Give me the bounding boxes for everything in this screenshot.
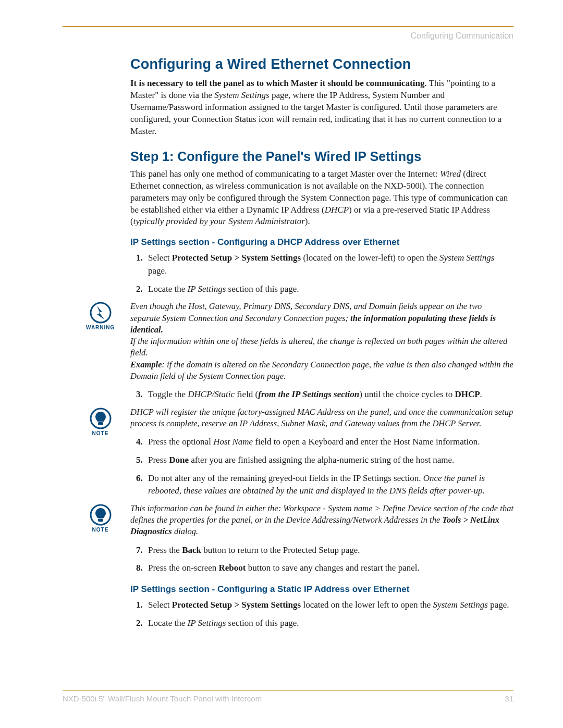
dhcp-step-1: Select Protected Setup > System Settings… [145, 252, 513, 277]
step1-paragraph: This panel has only one method of commun… [130, 168, 513, 228]
dhcp-list-1: Select Protected Setup > System Settings… [130, 252, 513, 295]
dhcp-step-5: Press Done after you are finished assign… [145, 454, 513, 467]
page-number: 31 [505, 694, 513, 703]
svg-rect-2 [98, 422, 103, 425]
warning-callout: WARNING Even though the Host, Gateway, P… [130, 301, 513, 382]
dhcp-step-8: Press the on-screen Reboot button to sav… [145, 562, 513, 575]
dhcp-step-2: Locate the IP Settings section of this p… [145, 283, 513, 296]
static-list: Select Protected Setup > System Settings… [130, 599, 513, 630]
static-step-2: Locate the IP Settings section of this p… [145, 617, 513, 630]
dhcp-list-2: Toggle the DHCP/Static field (from the I… [130, 388, 513, 401]
note2-text: This information can be found in either … [130, 503, 513, 538]
svg-rect-4 [98, 519, 103, 522]
dhcp-step-3: Toggle the DHCP/Static field (from the I… [145, 388, 513, 401]
note-callout-1: NOTE DHCP will register the unique facto… [130, 406, 513, 430]
dhcp-step-4: Press the optional Host Name field to op… [145, 436, 513, 449]
warning-icon: WARNING [86, 302, 115, 330]
heading-3-static: IP Settings section - Configuring a Stat… [130, 584, 513, 595]
dhcp-list-3: Press the optional Host Name field to op… [130, 436, 513, 498]
footer-title: NXD-500i 5" Wall/Flush Mount Touch Panel… [63, 694, 262, 703]
main-content: Configuring a Wired Ethernet Connection … [63, 56, 513, 630]
dhcp-step-6: Do not alter any of the remaining greyed… [145, 472, 513, 498]
heading-1: Configuring a Wired Ethernet Connection [130, 56, 513, 72]
heading-2: Step 1: Configure the Panel's Wired IP S… [130, 149, 513, 164]
document-page: Configuring Communication Configuring a … [0, 0, 563, 728]
note1-text: DHCP will register the unique factory-as… [130, 406, 513, 430]
top-rule [63, 26, 513, 27]
heading-3-dhcp: IP Settings section - Configuring a DHCP… [130, 237, 513, 248]
intro-bold: It is necessary to tell the panel as to … [130, 78, 424, 88]
note-icon: NOTE [86, 408, 115, 436]
warning-text: Even though the Host, Gateway, Primary D… [130, 301, 513, 382]
intro-paragraph: It is necessary to tell the panel as to … [130, 78, 513, 138]
bottom-rule [63, 690, 513, 692]
svg-point-0 [91, 303, 111, 323]
dhcp-step-7: Press the Back button to return to the P… [145, 544, 513, 557]
dhcp-list-4: Press the Back button to return to the P… [130, 544, 513, 575]
note-icon: NOTE [86, 504, 115, 533]
note-callout-2: NOTE This information can be found in ei… [130, 503, 513, 538]
page-footer: NXD-500i 5" Wall/Flush Mount Touch Panel… [63, 690, 513, 704]
static-step-1: Select Protected Setup > System Settings… [145, 599, 513, 612]
header-section-name: Configuring Communication [63, 31, 513, 41]
